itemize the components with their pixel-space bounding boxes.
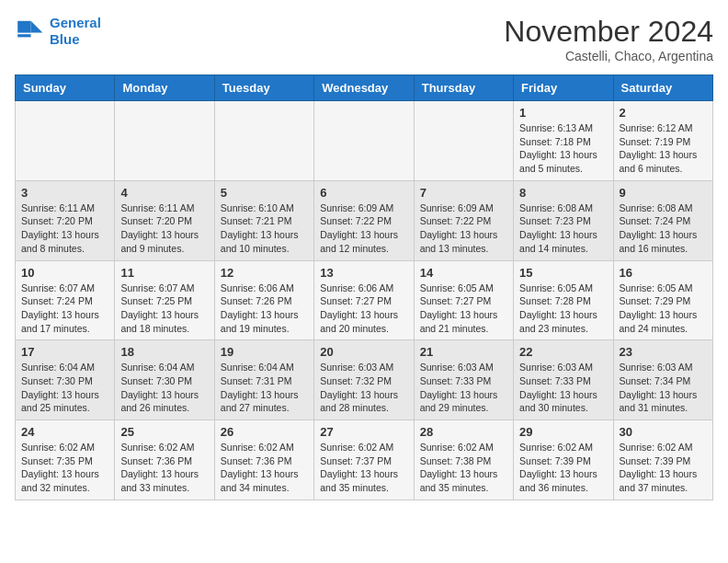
day-info: Sunrise: 6:07 AM Sunset: 7:25 PM Dayligh… <box>120 282 208 336</box>
weekday-header-thursday: Thursday <box>414 75 513 101</box>
day-info: Sunrise: 6:02 AM Sunset: 7:38 PM Dayligh… <box>420 441 507 495</box>
calendar-cell: 20Sunrise: 6:03 AM Sunset: 7:32 PM Dayli… <box>314 340 414 420</box>
day-info: Sunrise: 6:13 AM Sunset: 7:18 PM Dayligh… <box>519 121 607 176</box>
day-info: Sunrise: 6:03 AM Sunset: 7:33 PM Dayligh… <box>420 361 507 415</box>
day-info: Sunrise: 6:04 AM Sunset: 7:31 PM Dayligh… <box>221 361 308 415</box>
day-number: 22 <box>519 345 607 359</box>
calendar-cell <box>414 101 513 181</box>
day-number: 28 <box>420 425 507 439</box>
calendar-cell: 7Sunrise: 6:09 AM Sunset: 7:22 PM Daylig… <box>414 180 513 260</box>
day-info: Sunrise: 6:12 AM Sunset: 7:19 PM Dayligh… <box>620 121 707 176</box>
day-info: Sunrise: 6:11 AM Sunset: 7:20 PM Dayligh… <box>120 201 208 256</box>
calendar-cell <box>214 101 313 181</box>
day-info: Sunrise: 6:02 AM Sunset: 7:39 PM Dayligh… <box>620 441 707 495</box>
day-number: 9 <box>620 186 707 200</box>
day-number: 14 <box>420 266 507 280</box>
day-info: Sunrise: 6:11 AM Sunset: 7:20 PM Dayligh… <box>21 201 108 256</box>
logo: General Blue <box>15 15 101 48</box>
calendar-cell: 21Sunrise: 6:03 AM Sunset: 7:33 PM Dayli… <box>414 340 513 420</box>
day-info: Sunrise: 6:08 AM Sunset: 7:23 PM Dayligh… <box>519 201 607 256</box>
logo-line2: Blue <box>50 31 80 47</box>
week-row-3: 10Sunrise: 6:07 AM Sunset: 7:24 PM Dayli… <box>16 260 713 340</box>
day-info: Sunrise: 6:02 AM Sunset: 7:36 PM Dayligh… <box>221 441 308 495</box>
calendar-cell: 16Sunrise: 6:05 AM Sunset: 7:29 PM Dayli… <box>613 260 712 340</box>
calendar-cell: 4Sunrise: 6:11 AM Sunset: 7:20 PM Daylig… <box>115 180 214 260</box>
weekday-header-tuesday: Tuesday <box>214 75 313 101</box>
logo-icon <box>15 17 44 46</box>
calendar-cell: 29Sunrise: 6:02 AM Sunset: 7:39 PM Dayli… <box>514 420 613 500</box>
day-info: Sunrise: 6:05 AM Sunset: 7:29 PM Dayligh… <box>620 282 707 336</box>
calendar-cell: 14Sunrise: 6:05 AM Sunset: 7:27 PM Dayli… <box>414 260 513 340</box>
day-info: Sunrise: 6:02 AM Sunset: 7:36 PM Dayligh… <box>120 441 208 495</box>
calendar-cell: 2Sunrise: 6:12 AM Sunset: 7:19 PM Daylig… <box>613 101 712 181</box>
calendar-cell: 3Sunrise: 6:11 AM Sunset: 7:20 PM Daylig… <box>16 180 115 260</box>
day-number: 18 <box>120 345 208 359</box>
month-year: November 2024 <box>504 15 713 49</box>
calendar-cell: 26Sunrise: 6:02 AM Sunset: 7:36 PM Dayli… <box>214 420 313 500</box>
day-info: Sunrise: 6:02 AM Sunset: 7:37 PM Dayligh… <box>320 441 407 495</box>
day-number: 21 <box>420 345 507 359</box>
day-info: Sunrise: 6:03 AM Sunset: 7:34 PM Dayligh… <box>620 361 707 415</box>
calendar-cell: 13Sunrise: 6:06 AM Sunset: 7:27 PM Dayli… <box>314 260 414 340</box>
calendar-cell: 8Sunrise: 6:08 AM Sunset: 7:23 PM Daylig… <box>514 180 613 260</box>
logo-line1: General <box>50 15 101 30</box>
weekday-header-saturday: Saturday <box>613 75 712 101</box>
calendar-cell <box>115 101 214 181</box>
day-number: 11 <box>120 266 208 280</box>
day-number: 4 <box>120 186 208 200</box>
calendar-cell: 6Sunrise: 6:09 AM Sunset: 7:22 PM Daylig… <box>314 180 414 260</box>
day-number: 23 <box>620 345 707 359</box>
weekday-header-friday: Friday <box>514 75 613 101</box>
calendar-cell: 28Sunrise: 6:02 AM Sunset: 7:38 PM Dayli… <box>414 420 513 500</box>
location: Castelli, Chaco, Argentina <box>504 49 713 63</box>
calendar-cell: 11Sunrise: 6:07 AM Sunset: 7:25 PM Dayli… <box>115 260 214 340</box>
calendar-cell: 10Sunrise: 6:07 AM Sunset: 7:24 PM Dayli… <box>16 260 115 340</box>
day-info: Sunrise: 6:03 AM Sunset: 7:32 PM Dayligh… <box>320 361 407 415</box>
day-info: Sunrise: 6:09 AM Sunset: 7:22 PM Dayligh… <box>320 201 407 256</box>
weekday-header-monday: Monday <box>115 75 214 101</box>
day-number: 7 <box>420 186 507 200</box>
calendar-cell: 12Sunrise: 6:06 AM Sunset: 7:26 PM Dayli… <box>214 260 313 340</box>
day-number: 16 <box>620 266 707 280</box>
calendar-cell <box>314 101 414 181</box>
day-info: Sunrise: 6:02 AM Sunset: 7:39 PM Dayligh… <box>519 441 607 495</box>
week-row-5: 24Sunrise: 6:02 AM Sunset: 7:35 PM Dayli… <box>16 420 713 500</box>
day-number: 19 <box>221 345 308 359</box>
week-row-1: 1Sunrise: 6:13 AM Sunset: 7:18 PM Daylig… <box>16 101 713 181</box>
weekday-header-sunday: Sunday <box>16 75 115 101</box>
day-info: Sunrise: 6:07 AM Sunset: 7:24 PM Dayligh… <box>21 282 108 336</box>
day-number: 8 <box>519 186 607 200</box>
calendar-cell: 15Sunrise: 6:05 AM Sunset: 7:28 PM Dayli… <box>514 260 613 340</box>
page-header: General Blue November 2024 Castelli, Cha… <box>15 15 713 63</box>
day-number: 5 <box>221 186 308 200</box>
title-block: November 2024 Castelli, Chaco, Argentina <box>504 15 713 63</box>
day-info: Sunrise: 6:05 AM Sunset: 7:27 PM Dayligh… <box>420 282 507 336</box>
day-number: 12 <box>221 266 308 280</box>
day-number: 30 <box>620 425 707 439</box>
day-number: 13 <box>320 266 407 280</box>
day-number: 6 <box>320 186 407 200</box>
day-number: 15 <box>519 266 607 280</box>
calendar-cell: 9Sunrise: 6:08 AM Sunset: 7:24 PM Daylig… <box>613 180 712 260</box>
calendar-cell: 23Sunrise: 6:03 AM Sunset: 7:34 PM Dayli… <box>613 340 712 420</box>
day-number: 3 <box>21 186 108 200</box>
calendar-cell: 1Sunrise: 6:13 AM Sunset: 7:18 PM Daylig… <box>514 101 613 181</box>
day-info: Sunrise: 6:08 AM Sunset: 7:24 PM Dayligh… <box>620 201 707 256</box>
day-number: 20 <box>320 345 407 359</box>
week-row-2: 3Sunrise: 6:11 AM Sunset: 7:20 PM Daylig… <box>16 180 713 260</box>
day-number: 25 <box>120 425 208 439</box>
day-info: Sunrise: 6:05 AM Sunset: 7:28 PM Dayligh… <box>519 282 607 336</box>
calendar-cell: 19Sunrise: 6:04 AM Sunset: 7:31 PM Dayli… <box>214 340 313 420</box>
calendar-cell: 18Sunrise: 6:04 AM Sunset: 7:30 PM Dayli… <box>115 340 214 420</box>
svg-rect-3 <box>17 34 30 37</box>
calendar-cell <box>16 101 115 181</box>
calendar-cell: 30Sunrise: 6:02 AM Sunset: 7:39 PM Dayli… <box>613 420 712 500</box>
day-number: 29 <box>519 425 607 439</box>
calendar-cell: 17Sunrise: 6:04 AM Sunset: 7:30 PM Dayli… <box>16 340 115 420</box>
calendar-cell: 5Sunrise: 6:10 AM Sunset: 7:21 PM Daylig… <box>214 180 313 260</box>
day-info: Sunrise: 6:06 AM Sunset: 7:26 PM Dayligh… <box>221 282 308 336</box>
day-number: 26 <box>221 425 308 439</box>
calendar-cell: 27Sunrise: 6:02 AM Sunset: 7:37 PM Dayli… <box>314 420 414 500</box>
week-row-4: 17Sunrise: 6:04 AM Sunset: 7:30 PM Dayli… <box>16 340 713 420</box>
day-number: 17 <box>21 345 108 359</box>
